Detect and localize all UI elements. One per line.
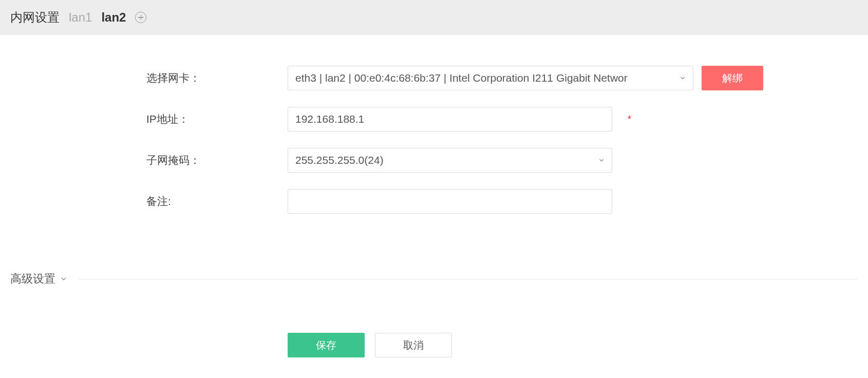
add-tab-icon[interactable] bbox=[135, 12, 146, 23]
required-indicator: * bbox=[628, 114, 631, 125]
row-ip: IP地址： * bbox=[10, 107, 858, 131]
tab-lan2[interactable]: lan2 bbox=[101, 10, 126, 25]
select-nic[interactable]: eth3 | lan2 | 00:e0:4c:68:6b:37 | Intel … bbox=[288, 66, 693, 90]
label-mask: 子网掩码： bbox=[10, 153, 288, 167]
form-container: 选择网卡： eth3 | lan2 | 00:e0:4c:68:6b:37 | … bbox=[0, 35, 868, 240]
label-ip: IP地址： bbox=[10, 112, 288, 126]
cancel-button[interactable]: 取消 bbox=[375, 333, 452, 357]
select-nic-value: eth3 | lan2 | 00:e0:4c:68:6b:37 | Intel … bbox=[288, 66, 693, 90]
advanced-label: 高级设置 bbox=[10, 271, 55, 287]
row-remark: 备注: bbox=[10, 189, 858, 214]
tab-lan1[interactable]: lan1 bbox=[69, 10, 92, 25]
header-bar: 内网设置 lan1 lan2 bbox=[0, 0, 868, 35]
row-mask: 子网掩码： 255.255.255.0(24) bbox=[10, 148, 858, 173]
select-mask-value: 255.255.255.0(24) bbox=[288, 148, 612, 173]
chevron-down-icon bbox=[60, 275, 68, 283]
input-remark[interactable] bbox=[288, 189, 612, 214]
page-title: 内网设置 bbox=[10, 9, 60, 26]
save-button[interactable]: 保存 bbox=[288, 333, 365, 357]
advanced-toggle[interactable]: 高级设置 bbox=[10, 271, 68, 287]
select-mask[interactable]: 255.255.255.0(24) bbox=[288, 148, 612, 173]
button-row: 保存 取消 bbox=[0, 333, 868, 357]
row-nic: 选择网卡： eth3 | lan2 | 00:e0:4c:68:6b:37 | … bbox=[10, 66, 858, 90]
label-remark: 备注: bbox=[10, 194, 288, 209]
divider-line bbox=[78, 279, 858, 279]
label-nic: 选择网卡： bbox=[10, 71, 288, 85]
input-ip[interactable] bbox=[288, 107, 612, 131]
advanced-section: 高级设置 bbox=[0, 261, 868, 297]
unbind-button[interactable]: 解绑 bbox=[702, 66, 763, 90]
